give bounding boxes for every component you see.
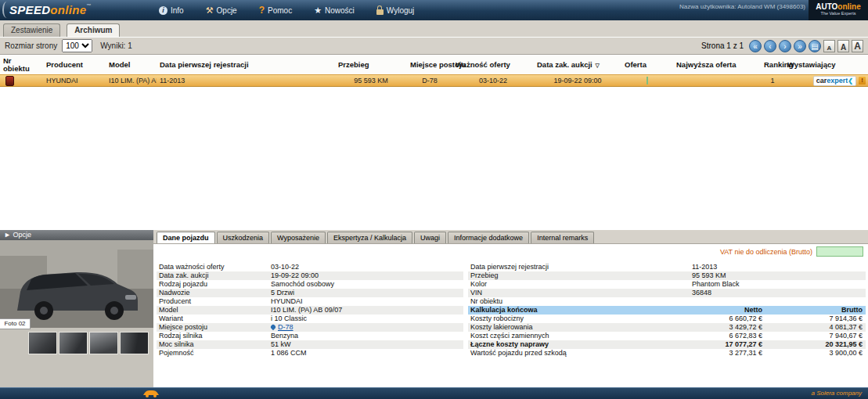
- detail-row: ModelI10 LIM. (PA) AB 09/07: [157, 306, 463, 315]
- tab-internal-remarks[interactable]: Internal remarks: [531, 232, 594, 243]
- pager: Strona 1 z 1 « ‹ › » ▤ A A A: [701, 40, 863, 52]
- col-ranking[interactable]: Ranking: [761, 61, 784, 69]
- detail-row: Warianti 10 Classic: [157, 315, 463, 323]
- col-wystawiajacy[interactable]: Wystawiający: [784, 61, 868, 69]
- results-count: Wyniki: 1: [100, 41, 131, 50]
- thumbnail-1[interactable]: [28, 332, 57, 354]
- object-status-icon: [5, 76, 14, 86]
- col-data-zak-aukcji[interactable]: Data zak. aukcji ▽: [534, 61, 621, 70]
- tab-dane-pojazdu[interactable]: Dane pojazdu: [157, 232, 215, 243]
- nav-opcje[interactable]: ⚒Opcje: [206, 5, 237, 16]
- page-size-select[interactable]: 100: [62, 39, 92, 52]
- cell-miejsce-postoju: D-78: [407, 77, 452, 84]
- detail-row: Koszt części zamiennych6 672,83 €7 940,6…: [468, 332, 866, 340]
- brand-tagline: The Value Experts: [809, 11, 868, 16]
- next-page-button[interactable]: ›: [779, 40, 791, 52]
- cell-oferta: [621, 77, 673, 84]
- logo-trademark: ™: [86, 3, 91, 8]
- detail-row: ProducentHYUNDAI: [157, 297, 463, 306]
- lock-icon: [376, 9, 384, 15]
- miejsce-postoju-link[interactable]: D-78: [271, 323, 294, 332]
- footer-bar: a Solera company: [0, 387, 868, 399]
- detail-row: Moc silnika51 kW: [157, 340, 463, 349]
- page-info: Strona 1 z 1: [701, 41, 744, 50]
- font-size-small-button[interactable]: A: [823, 40, 835, 52]
- grid-header: Nr obiektu Producent Model Data pierwsze…: [0, 56, 868, 75]
- wrench-icon: ⚒: [206, 5, 214, 16]
- tab-uszkodzenia[interactable]: Uszkodzenia: [217, 232, 270, 243]
- col-rejestracja[interactable]: Data pierwszej rejestracji: [157, 61, 335, 69]
- carexpert-car: car: [816, 77, 827, 84]
- carexpert-logo: carexpert❮: [813, 76, 856, 86]
- tab-ekspertyza[interactable]: Ekspertyza / Kalkulacja: [327, 232, 412, 243]
- cell-ranking: 1: [761, 77, 784, 84]
- nav-pomoc[interactable]: ?Pomoc: [259, 5, 292, 16]
- detail-row: Nadwozie5 Drzwi: [157, 289, 463, 297]
- logo-online: online: [50, 3, 86, 16]
- tab-zestawienie[interactable]: Zestawienie: [3, 23, 60, 37]
- nav-nowosci[interactable]: ★Nowości: [314, 5, 355, 16]
- nav-opcje-label: Opcje: [217, 6, 237, 15]
- carexpert-mark-icon: ❮: [848, 77, 853, 84]
- detail-row: Rodzaj pojazduSamochód osobowy: [157, 280, 463, 289]
- nav-wyloguj[interactable]: Wyloguj: [376, 6, 414, 15]
- col-miejsce-postoju[interactable]: Miejsce postoju: [407, 61, 452, 69]
- last-page-button[interactable]: »: [794, 40, 806, 52]
- detail-right-column: Data pierwszej rejestracji11-2013 Przebi…: [468, 263, 866, 358]
- vat-note: VAT nie do odliczenia (Brutto): [720, 246, 863, 257]
- cell-rejestracja: 11-2013: [157, 77, 335, 84]
- tab-informacje-dodatkowe[interactable]: Informacje dodatkowe: [448, 232, 529, 243]
- vat-note-label: VAT nie do odliczenia (Brutto): [720, 248, 812, 256]
- detail-row: Koszty lakierowania3 429,72 €4 081,37 €: [468, 323, 866, 332]
- detail-row: VIN36848: [468, 289, 866, 297]
- speedonline-app: SPEEDonline™ iInfo ⚒Opcje ?Pomoc ★Nowośc…: [0, 0, 868, 399]
- thumbnail-4[interactable]: [120, 332, 149, 354]
- tab-wyposazenie[interactable]: Wyposażenie: [271, 232, 326, 243]
- col-oferta[interactable]: Oferta: [621, 61, 673, 69]
- solera-company-label: a Solera company: [812, 390, 862, 397]
- warning-icon[interactable]: !: [859, 77, 866, 84]
- photo-pane: ► Opcje Foto 02: [0, 230, 153, 388]
- logo-speed: SPEED: [9, 3, 50, 16]
- tab-archiwum[interactable]: Archiwum: [67, 23, 120, 37]
- prev-page-button[interactable]: ‹: [764, 40, 776, 52]
- star-icon: ★: [314, 5, 322, 16]
- detail-row: Data pierwszej rejestracji11-2013: [468, 263, 866, 271]
- nav-nowosci-label: Nowości: [325, 6, 355, 15]
- vehicle-detail-pane: Dane pojazdu Uszkodzenia Wyposażenie Eks…: [153, 230, 868, 388]
- cell-wystawiajacy: carexpert❮ !: [784, 76, 868, 86]
- offer-input-highlight[interactable]: [646, 77, 648, 84]
- col-producent[interactable]: Producent: [43, 61, 106, 69]
- photo-thumbnails: [28, 332, 149, 354]
- thumbnail-3[interactable]: [89, 332, 118, 354]
- opcje-label: Opcje: [13, 231, 31, 239]
- col-waznosc-oferty[interactable]: Ważność oferty: [452, 61, 534, 69]
- vat-highlight-box: [816, 246, 863, 257]
- tab-uwagi[interactable]: Uwagi: [414, 232, 446, 243]
- first-page-button[interactable]: «: [749, 40, 762, 52]
- top-bar: SPEEDonline™ iInfo ⚒Opcje ?Pomoc ★Nowośc…: [0, 0, 868, 20]
- col-nr-obiektu[interactable]: Nr obiektu: [0, 57, 31, 73]
- detail-row: Koszty robocizny6 660,72 €7 914,36 €: [468, 315, 866, 323]
- col-przebieg[interactable]: Przebieg: [335, 61, 407, 69]
- opcje-expander[interactable]: ► Opcje: [0, 230, 153, 240]
- result-row-hyundai[interactable]: HYUNDAI I10 LIM. (PA) AB... 11-2013 95 5…: [0, 74, 868, 87]
- info-icon: i: [159, 6, 167, 15]
- detail-panel: ► Opcje Foto 02: [0, 230, 868, 388]
- print-button[interactable]: ▤: [809, 40, 821, 52]
- photo-caption: Foto 02: [0, 318, 31, 329]
- nav-wyloguj-label: Wyloguj: [387, 6, 414, 15]
- col-najwyzsza-oferta[interactable]: Najwyższa oferta: [673, 61, 761, 69]
- col-model[interactable]: Model: [106, 61, 157, 69]
- detail-row: Rodzaj silnikaBenzyna: [157, 332, 463, 340]
- total-repair-cost-row: Łączne koszty naprawy17 077,27 €20 321,9…: [468, 340, 866, 349]
- font-size-medium-button[interactable]: A: [837, 40, 849, 52]
- cell-producent: HYUNDAI: [43, 77, 106, 84]
- thumbnail-2[interactable]: [59, 332, 88, 354]
- page-size-label: Rozmiar strony: [5, 41, 57, 50]
- vehicle-photo[interactable]: [0, 240, 153, 328]
- expand-icon: ►: [4, 231, 11, 239]
- cell-data-zak-aukcji: 19-09-22 09:00: [534, 77, 621, 84]
- nav-info[interactable]: iInfo: [159, 6, 184, 15]
- font-size-large-button[interactable]: A: [852, 40, 863, 52]
